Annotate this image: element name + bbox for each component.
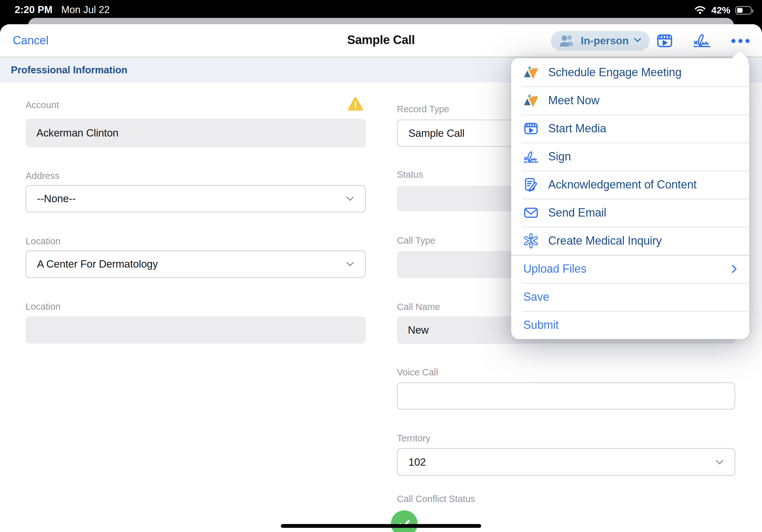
menu-item-sign[interactable]: Sign <box>511 143 749 170</box>
menu-item-start-media[interactable]: Start Media <box>511 114 749 143</box>
field-label-territory: Territory <box>397 433 430 444</box>
people-icon <box>559 34 575 48</box>
field-label-call-name: Call Name <box>397 302 440 312</box>
call-channel-selector[interactable]: In-person <box>551 31 650 51</box>
field-location[interactable]: A Center For Dermatology <box>26 250 366 278</box>
menu-item-send-email[interactable]: Send Email <box>511 199 749 227</box>
ellipsis-icon <box>731 39 735 43</box>
field-value-account: Ackerman Clinton <box>37 127 118 139</box>
menu-item-label: Create Medical Inquiry <box>548 234 662 247</box>
field-label-call-type: Call Type <box>397 235 435 246</box>
field-label-voice-call: Voice Call <box>397 367 438 378</box>
more-actions-popover: Schedule Engage MeetingMeet NowStart Med… <box>511 58 749 339</box>
medical-icon <box>523 233 539 248</box>
chevron-down-icon <box>346 196 354 201</box>
field-label-record-type: Record Type <box>397 104 449 114</box>
battery-icon <box>735 6 752 15</box>
menu-item-label: Acknowledgement of Content <box>548 178 697 191</box>
chevron-down-icon <box>634 37 642 44</box>
menu-item-create-medical-inquiry[interactable]: Create Medical Inquiry <box>511 227 749 255</box>
field-label-address: Address <box>26 170 59 181</box>
menu-item-label: Send Email <box>548 206 606 220</box>
check-circle-icon <box>391 510 418 532</box>
more-actions-menu: Schedule Engage MeetingMeet NowStart Med… <box>511 58 749 339</box>
menu-item-upload-files[interactable]: Upload Files <box>511 255 749 283</box>
field-value-location: A Center For Dermatology <box>37 258 158 270</box>
field-location-2 <box>26 316 366 344</box>
menu-item-save[interactable]: Save <box>511 283 749 311</box>
navigation-bar: Cancel Sample Call In-person <box>0 24 762 57</box>
field-value-call-name: New <box>408 324 428 336</box>
status-bar: 2:20 PM Mon Jul 22 42% <box>0 0 762 18</box>
menu-item-label: Sign <box>548 150 571 163</box>
chevron-down-icon <box>716 460 724 465</box>
field-value-territory: 102 <box>409 456 426 468</box>
field-label-status: Status <box>397 169 423 180</box>
chevron-down-icon <box>346 262 354 267</box>
field-territory[interactable]: 102 <box>397 448 735 476</box>
call-channel-label: In-person <box>581 35 629 47</box>
engage-icon <box>523 65 539 80</box>
engage-icon <box>523 93 539 108</box>
field-account: Ackerman Clinton <box>26 119 366 147</box>
field-voice-call[interactable] <box>397 382 735 410</box>
media-icon <box>523 121 539 136</box>
status-indicators: 42% <box>694 0 752 18</box>
menu-item-acknowledgement-of-content[interactable]: Acknowledgement of Content <box>511 170 749 199</box>
chevron-right-icon <box>731 264 737 273</box>
field-value-address: --None-- <box>37 193 76 205</box>
wifi-icon <box>694 5 707 16</box>
field-label-account: Account <box>26 100 59 110</box>
menu-item-label: Meet Now <box>548 94 599 107</box>
field-label-call-conflict-status: Call Conflict Status <box>397 494 475 504</box>
section-header: Professional Information <box>11 58 127 82</box>
field-label-location-2: Location <box>26 301 61 312</box>
menu-item-label: Submit <box>523 318 559 332</box>
menu-item-schedule-engage-meeting[interactable]: Schedule Engage Meeting <box>511 58 749 87</box>
media-button[interactable] <box>656 32 673 51</box>
field-address[interactable]: --None-- <box>26 185 366 212</box>
menu-item-label: Schedule Engage Meeting <box>548 66 682 79</box>
warning-triangle-icon <box>348 97 363 111</box>
menu-item-label: Start Media <box>548 122 606 135</box>
field-value-record-type: Sample Call <box>409 127 465 139</box>
menu-item-label: Upload Files <box>523 262 586 276</box>
menu-item-label: Save <box>523 290 549 303</box>
status-date: Mon Jul 22 <box>61 4 110 16</box>
menu-item-submit[interactable]: Submit <box>511 311 749 339</box>
email-icon <box>523 205 539 220</box>
battery-percent: 42% <box>711 5 730 16</box>
more-options-button[interactable] <box>728 32 752 50</box>
signature-icon <box>523 149 539 164</box>
signature-button[interactable] <box>693 32 711 50</box>
menu-item-meet-now[interactable]: Meet Now <box>511 87 749 114</box>
status-time: 2:20 PM <box>15 4 53 16</box>
ack-icon <box>523 177 539 192</box>
home-indicator[interactable] <box>281 524 481 528</box>
field-label-location: Location <box>26 236 61 246</box>
